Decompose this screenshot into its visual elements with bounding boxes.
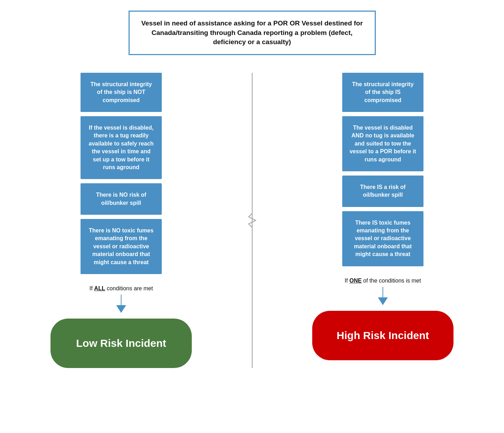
low-risk-label: Low Risk Incident (76, 337, 166, 349)
right-condition-3: There IS a risk of oil/bunker spill (342, 176, 423, 207)
right-condition-1: The structural integrity of the ship IS … (342, 73, 423, 112)
left-column-bottom: If ALL conditions are met Low Risk Incid… (51, 278, 192, 368)
left-column: The structural integrity of the ship is … (14, 73, 228, 368)
main-columns: The structural integrity of the ship is … (14, 73, 490, 368)
left-condition-bold: ALL (94, 285, 105, 291)
high-risk-box: High Risk Incident (312, 311, 453, 360)
right-arrow (378, 287, 388, 305)
low-risk-box: Low Risk Incident (51, 319, 192, 368)
left-condition-1: The structural integrity of the ship is … (81, 73, 162, 112)
left-condition-3: There is NO risk of oil/bunker spill (81, 183, 162, 215)
high-risk-label: High Risk Incident (337, 330, 429, 342)
right-condition-bold: ONE (349, 278, 362, 284)
left-arrow (116, 295, 126, 313)
divider-zigzag (247, 213, 257, 227)
divider-line-top (252, 73, 253, 213)
right-column: The structural integrity of the ship IS … (276, 73, 490, 360)
right-arrow-head (378, 297, 388, 305)
page-wrapper: Vessel in need of assistance asking for … (0, 0, 504, 433)
right-condition-label: If ONE of the conditions is met (345, 277, 421, 285)
right-condition-4: There IS toxic fumes emanating from the … (342, 211, 423, 266)
right-column-bottom: If ONE of the conditions is met High Ris… (312, 271, 453, 360)
divider (252, 73, 253, 368)
right-arrow-shaft (383, 287, 383, 297)
left-condition-label: If ALL conditions are met (89, 285, 153, 292)
left-arrow-shaft (121, 295, 121, 305)
header-title: Vessel in need of assistance asking for … (140, 19, 364, 47)
top-box: Vessel in need of assistance asking for … (129, 11, 376, 55)
left-condition-4: There is NO toxic fumes emanating from t… (81, 219, 162, 274)
left-condition-2: If the vessel is disabled, there is a tu… (81, 116, 162, 179)
divider-line-bottom (252, 227, 253, 368)
left-arrow-head (116, 305, 126, 313)
right-condition-2: The vessel is disabled AND no tug is ava… (342, 116, 423, 171)
